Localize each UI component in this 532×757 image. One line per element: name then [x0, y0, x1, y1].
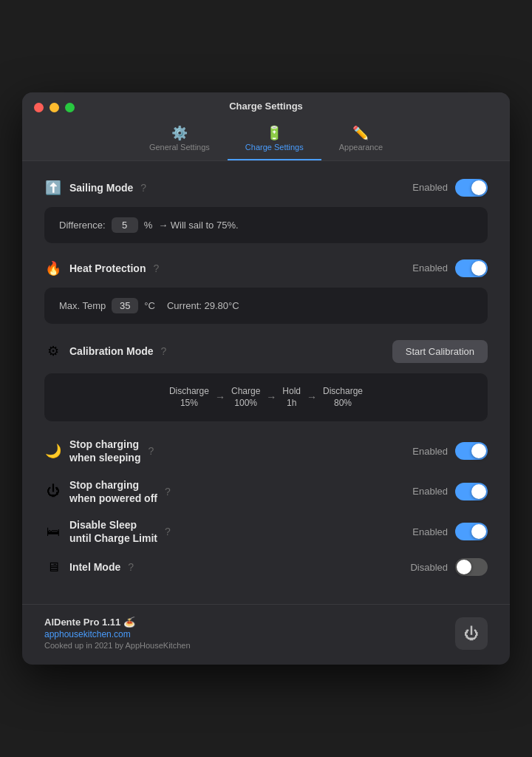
- tab-charge[interactable]: 🔋 Charge Settings: [228, 120, 321, 160]
- flame-icon: 🔥: [44, 260, 62, 276]
- intel-help-icon[interactable]: ?: [128, 561, 134, 573]
- calibration-title: Calibration Mode: [69, 345, 154, 357]
- footer-info: AlDente Pro 1.11 🍝 apphousekitchen.com C…: [44, 617, 191, 650]
- disable-sleep-left: 🛏 Disable Sleepuntil Charge Limit ?: [44, 518, 171, 545]
- stop-sleeping-toggle[interactable]: [455, 442, 488, 460]
- disable-sleep-row: 🛏 Disable Sleepuntil Charge Limit ? Enab…: [44, 515, 488, 548]
- stop-sleeping-left: 🌙 Stop chargingwhen sleeping ?: [44, 438, 154, 464]
- stop-powered-off-status: Enabled: [412, 486, 448, 497]
- main-content: ⬆️ Sailing Mode ? Enabled Difference: 5 …: [22, 161, 510, 605]
- zoom-button[interactable]: [65, 103, 75, 112]
- tagline: Cooked up in 2021 by AppHouseKitchen: [44, 641, 191, 650]
- minimize-button[interactable]: [50, 103, 59, 112]
- sliders-icon: ⚙: [44, 343, 62, 359]
- disable-sleep-title: Disable Sleepuntil Charge Limit: [69, 518, 157, 545]
- cal-arrow-1: →: [215, 391, 225, 403]
- sailing-mode-right: Enabled: [412, 179, 488, 197]
- calibration-mode-row: ⚙ Calibration Mode ? Start Calibration: [44, 337, 488, 366]
- intel-mode-right: Disabled: [410, 558, 488, 576]
- cal-step-1: Discharge 15%: [169, 385, 209, 410]
- chip-icon: 🖥: [44, 560, 62, 575]
- heat-status: Enabled: [412, 262, 448, 274]
- intel-mode-title: Intel Mode: [69, 561, 120, 573]
- disable-sleep-toggle[interactable]: [455, 523, 488, 540]
- cal-arrow-2: →: [266, 391, 276, 403]
- sailing-icon: ⬆️: [44, 180, 62, 196]
- calibration-flow-box: Discharge 15% → Charge 100% → Hold 1h → …: [44, 373, 488, 422]
- sailing-mode-title: Sailing Mode: [69, 182, 133, 194]
- heat-protection-right: Enabled: [412, 259, 488, 277]
- heat-help-icon[interactable]: ?: [153, 262, 159, 274]
- heat-toggle[interactable]: [455, 259, 488, 277]
- app-window: Charge Settings ⚙️ General Settings 🔋 Ch…: [22, 92, 510, 665]
- cal-arrow-3: →: [307, 391, 317, 403]
- app-name: AlDente Pro 1.11 🍝: [44, 617, 191, 628]
- sailing-toggle[interactable]: [455, 179, 488, 197]
- stop-powered-off-row: ⏻ Stop chargingwhen powered off ? Enable…: [44, 475, 488, 508]
- intel-toggle[interactable]: [455, 558, 488, 576]
- window-title: Charge Settings: [34, 101, 498, 112]
- stop-powered-off-right: Enabled: [412, 483, 488, 500]
- start-calibration-button[interactable]: Start Calibration: [392, 340, 488, 363]
- cal-step-3: Hold 1h: [282, 385, 301, 410]
- close-button[interactable]: [34, 103, 44, 112]
- pencil-icon: ✏️: [352, 126, 369, 140]
- stop-sleeping-row: 🌙 Stop chargingwhen sleeping ? Enabled: [44, 435, 488, 467]
- disable-sleep-help-icon[interactable]: ?: [165, 526, 171, 537]
- footer: AlDente Pro 1.11 🍝 apphousekitchen.com C…: [22, 604, 510, 665]
- tab-general[interactable]: ⚙️ General Settings: [132, 120, 228, 160]
- sailing-mode-row: ⬆️ Sailing Mode ? Enabled: [44, 176, 488, 200]
- stop-sleeping-status: Enabled: [412, 446, 448, 457]
- difference-result: → Will sail to 75%.: [158, 220, 238, 231]
- titlebar: Charge Settings ⚙️ General Settings 🔋 Ch…: [22, 92, 510, 161]
- heat-protection-left: 🔥 Heat Protection ?: [44, 260, 159, 276]
- sailing-status: Enabled: [412, 182, 448, 193]
- difference-unit: %: [144, 220, 153, 231]
- intel-mode-left: 🖥 Intel Mode ?: [44, 560, 134, 575]
- gear-icon: ⚙️: [171, 126, 188, 140]
- calibration-help-icon[interactable]: ?: [161, 345, 167, 357]
- heat-protection-title: Heat Protection: [69, 262, 146, 274]
- power-circle-icon: ⏻: [44, 483, 62, 499]
- disable-sleep-status: Enabled: [412, 526, 448, 537]
- stop-powered-off-toggle[interactable]: [455, 483, 488, 500]
- stop-powered-off-left: ⏻ Stop chargingwhen powered off ?: [44, 478, 171, 505]
- battery-icon: 🔋: [266, 126, 282, 140]
- calibration-mode-left: ⚙ Calibration Mode ?: [44, 343, 166, 359]
- difference-label: Difference:: [59, 220, 106, 231]
- cal-step-2: Charge 100%: [231, 385, 260, 410]
- intel-status: Disabled: [410, 562, 448, 573]
- disable-sleep-right: Enabled: [412, 523, 488, 540]
- cal-step-4: Discharge 80%: [323, 385, 363, 410]
- power-button[interactable]: ⏻: [455, 617, 488, 650]
- stop-powered-off-title: Stop chargingwhen powered off: [69, 478, 157, 505]
- moon-icon: 🌙: [44, 443, 62, 459]
- max-temp-value[interactable]: 35: [112, 298, 138, 313]
- stop-sleeping-title: Stop chargingwhen sleeping: [69, 438, 140, 464]
- temp-unit: °C: [144, 300, 155, 311]
- calibration-right: Start Calibration: [392, 340, 488, 363]
- stop-powered-off-help-icon[interactable]: ?: [165, 486, 171, 498]
- tab-bar: ⚙️ General Settings 🔋 Charge Settings ✏️…: [34, 120, 498, 160]
- sailing-mode-left: ⬆️ Sailing Mode ?: [44, 180, 146, 196]
- heat-protection-row: 🔥 Heat Protection ? Enabled: [44, 257, 488, 280]
- bed-icon: 🛏: [44, 524, 62, 540]
- current-temp: Current: 29.80°C: [167, 300, 239, 311]
- difference-value[interactable]: 5: [112, 217, 138, 233]
- sailing-help-icon[interactable]: ?: [140, 182, 146, 194]
- intel-mode-row: 🖥 Intel Mode ? Disabled: [44, 555, 488, 579]
- tab-appearance[interactable]: ✏️ Appearance: [321, 120, 400, 160]
- max-temp-label: Max. Temp: [59, 300, 106, 311]
- stop-sleeping-help-icon[interactable]: ?: [148, 445, 154, 457]
- heat-info-box: Max. Temp 35 °C Current: 29.80°C: [44, 288, 488, 324]
- website-link[interactable]: apphousekitchen.com: [44, 629, 191, 639]
- stop-sleeping-right: Enabled: [412, 442, 488, 460]
- sailing-info-box: Difference: 5 % → Will sail to 75%.: [44, 207, 488, 243]
